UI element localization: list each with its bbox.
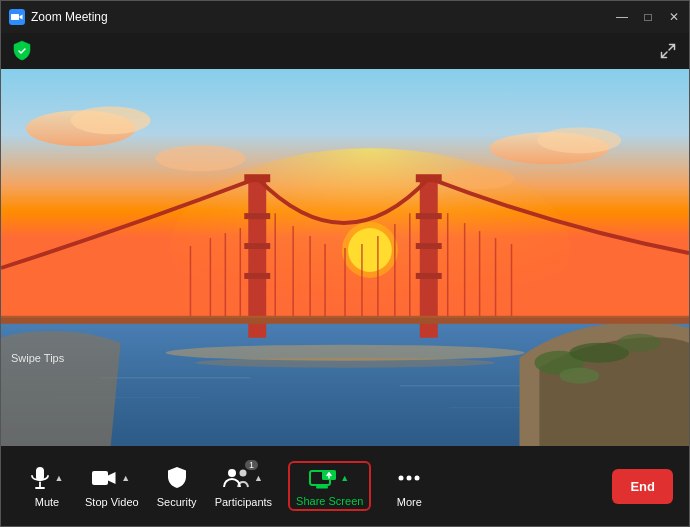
svg-point-63 xyxy=(407,476,412,481)
svg-point-8 xyxy=(537,127,621,153)
svg-point-10 xyxy=(445,167,515,189)
participants-badge: 1 xyxy=(245,460,258,470)
video-area: Swipe Tips xyxy=(1,69,689,446)
share-screen-caret[interactable]: ▲ xyxy=(338,473,351,483)
svg-rect-22 xyxy=(248,178,266,338)
svg-rect-59 xyxy=(316,486,328,489)
participants-caret[interactable]: ▲ xyxy=(252,473,265,483)
title-bar: Zoom Meeting — □ ✕ xyxy=(1,1,689,33)
stop-video-label: Stop Video xyxy=(85,496,139,508)
stop-video-button[interactable]: ▲ Stop Video xyxy=(77,458,147,514)
svg-point-56 xyxy=(228,469,236,477)
stop-video-icon-row: ▲ xyxy=(91,464,132,492)
more-icon xyxy=(397,464,421,492)
svg-point-57 xyxy=(239,470,246,477)
title-bar-controls: — □ ✕ xyxy=(615,10,681,24)
top-bar xyxy=(1,33,689,69)
svg-rect-28 xyxy=(416,243,442,249)
svg-rect-24 xyxy=(244,213,270,219)
svg-point-13 xyxy=(195,358,494,368)
more-button[interactable]: More xyxy=(379,458,439,514)
svg-point-4 xyxy=(342,222,398,278)
toolbar: ▲ Mute ▲ Stop Video xyxy=(1,446,689,526)
svg-point-6 xyxy=(71,106,151,134)
share-screen-icon-row: ▲ xyxy=(308,465,351,491)
share-screen-label: Share Screen xyxy=(296,495,363,507)
mute-label: Mute xyxy=(35,496,59,508)
svg-point-20 xyxy=(617,334,661,352)
security-shield-icon[interactable] xyxy=(11,40,33,62)
mute-caret[interactable]: ▲ xyxy=(53,473,66,483)
mute-button[interactable]: ▲ Mute xyxy=(17,458,77,514)
svg-point-62 xyxy=(399,476,404,481)
end-button[interactable]: End xyxy=(612,469,673,504)
minimize-button[interactable]: — xyxy=(615,10,629,24)
svg-rect-27 xyxy=(416,213,442,219)
share-screen-highlight: ▲ Share Screen xyxy=(288,461,371,511)
maximize-button[interactable]: □ xyxy=(641,10,655,24)
participants-icon: 1 xyxy=(222,464,250,492)
share-screen-button[interactable]: ▲ Share Screen xyxy=(280,455,379,517)
svg-rect-23 xyxy=(420,178,438,338)
svg-rect-29 xyxy=(416,273,442,279)
svg-rect-25 xyxy=(244,243,270,249)
security-icon xyxy=(166,464,188,492)
svg-rect-55 xyxy=(92,471,108,485)
svg-point-21 xyxy=(559,368,599,384)
close-button[interactable]: ✕ xyxy=(667,10,681,24)
zoom-logo-icon xyxy=(9,9,25,25)
zoom-window: Zoom Meeting — □ ✕ xyxy=(0,0,690,527)
expand-icon[interactable] xyxy=(657,40,679,62)
share-screen-icon xyxy=(308,465,336,491)
security-icon-row xyxy=(166,464,188,492)
participants-label: Participants xyxy=(215,496,272,508)
window-title: Zoom Meeting xyxy=(31,10,108,24)
svg-point-9 xyxy=(156,145,246,171)
svg-point-64 xyxy=(415,476,420,481)
security-label: Security xyxy=(157,496,197,508)
swipe-tips-label: Swipe Tips xyxy=(11,352,64,364)
svg-rect-26 xyxy=(244,273,270,279)
participants-icon-row: 1 ▲ xyxy=(222,464,265,492)
mute-icon-row: ▲ xyxy=(29,464,66,492)
svg-rect-51 xyxy=(1,316,689,318)
participants-button[interactable]: 1 ▲ Participants xyxy=(207,458,280,514)
toolbar-items: ▲ Mute ▲ Stop Video xyxy=(17,455,602,517)
video-icon xyxy=(91,464,117,492)
mute-icon xyxy=(29,464,51,492)
security-button[interactable]: Security xyxy=(147,458,207,514)
stop-video-caret[interactable]: ▲ xyxy=(119,473,132,483)
title-bar-left: Zoom Meeting xyxy=(9,9,108,25)
more-label: More xyxy=(397,496,422,508)
